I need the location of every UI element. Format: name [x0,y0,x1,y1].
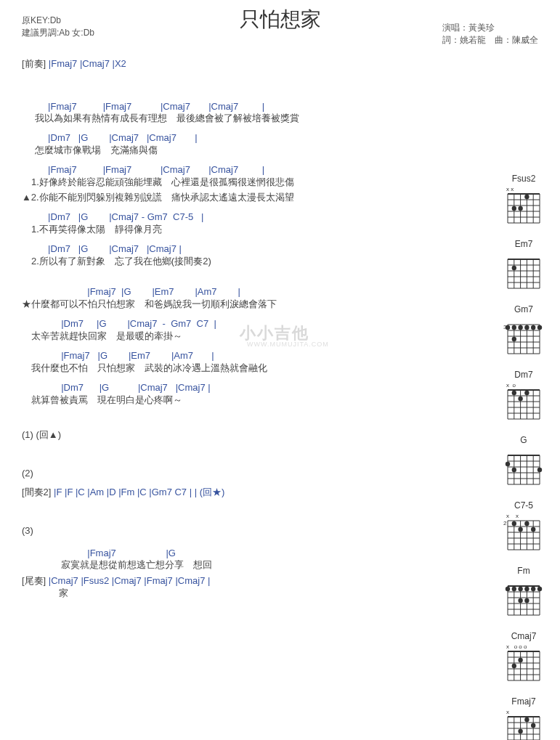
outro-label: [尾奏] [22,575,46,586]
svg-point-114 [531,586,535,590]
chord-diagram-label: Cmaj7 [495,631,553,641]
line-6: |Dm7 |G |Cmaj7 |Cmaj7 | 2.所以有了新對象 忘了我在他鄉… [22,243,472,268]
svg-point-95 [531,526,535,531]
chord-diagram-label: Dm7 [495,370,553,380]
chord-diagram-label: Fmaj7 [495,696,553,707]
intro-label: [前奏] [22,58,46,69]
line-4: ▲2.你能不能別閃躲別複雜別說謊 痛快承認太遙遠太漫長太渴望 [22,192,472,204]
chord-diagram-label: Fm [495,566,553,576]
svg-text:2: 2 [503,519,507,526]
svg-point-46 [531,325,535,329]
chord-diagram-label: G [495,435,553,445]
interlude2-chords: |F |F |C |Am |D |Fm |C |Gm7 C7 | | (回★) [51,487,224,497]
svg-text:x    x: x x [506,513,519,519]
line-9: |Fmaj7 |G |Em7 |Am7 | 我什麼也不怕 只怕想家 武裝的冰冷遇… [22,350,472,375]
svg-point-28 [512,265,516,269]
chord-diagram-label: C7-5 [495,500,553,511]
lyric-row: 1.好像終於能容忍能頑強能埋藏 心裡還是很孤獨很迷惘很悲傷 [22,176,472,189]
chord-diagram-dm7: Dm7x o [495,370,553,425]
lyric-row: 太辛苦就趕快回家 是最暖的牽掛～ [22,330,472,343]
song-title: 只怕想家 [240,6,321,33]
chord-diagram-fsus2: Fsus2x x [495,174,553,229]
svg-point-77 [506,461,510,465]
svg-point-12 [524,194,529,198]
svg-point-78 [512,467,516,471]
line-8: |Dm7 |G |Cmaj7 - Gm7 C7 | 太辛苦就趕快回家 是最暖的牽… [22,318,472,343]
chord-row: |Fmaj7 |Fmaj7 |Cmaj7 |Cmaj7 | [22,164,472,176]
original-key-label: 原KEY:Db [22,15,94,27]
lyric-row: 怎麼城市像戰場 充滿痛與傷 [22,145,472,157]
svg-point-44 [518,325,522,329]
chord-row: |Dm7 |G |Cmaj7 |Cmaj7 | [22,243,472,256]
svg-text:x x: x x [506,186,514,192]
svg-point-110 [506,586,510,590]
chord-diagram-g: G [495,435,553,490]
svg-point-111 [512,586,516,590]
svg-point-116 [518,598,522,602]
chord-row: |Fmaj7 |G [22,548,472,560]
svg-point-63 [518,396,522,400]
chord-diagram-label: Gm7 [495,304,553,314]
svg-point-61 [524,390,529,394]
line-3: |Fmaj7 |Fmaj7 |Cmaj7 |Cmaj7 | 1.好像終於能容忍能… [22,164,472,189]
line-10: |Dm7 |G |Cmaj7 |Cmaj7 | 就算曾被責罵 現在明白是心疼啊～ [22,382,472,407]
svg-point-112 [518,586,522,590]
svg-point-47 [537,325,542,329]
svg-text:x   o o o: x o o o [506,643,527,650]
outro-line-1: |Fmaj7 |G 寂寞就是想從前想逃亡想分享 想回 [22,548,472,572]
lyric-row: 2.所以有了新對象 忘了我在他鄉(接間奏2) [22,256,472,268]
lyric-row: 我什麼也不怕 只怕想家 武裝的冰冷遇上溫熱就會融化 [22,362,472,375]
lyric-row: 寂寞就是想從前想逃亡想分享 想回 [22,559,472,572]
svg-point-93 [512,521,516,525]
chord-diagram-fm: Fm [495,566,553,621]
repeat-1: (1) (回▲) [22,428,472,442]
lyric-row: 就算曾被責罵 現在明白是心疼啊～ [22,394,472,407]
svg-point-14 [512,206,516,210]
chord-diagram-fmaj7: Fmaj7x [495,696,553,740]
interlude2-row: [間奏2] |F |F |C |Am |D |Fm |C |Gm7 C7 | |… [22,486,472,499]
chord-row: |Dm7 |G |Cmaj7 - Gm7 C7-5 | [22,211,472,224]
svg-point-130 [518,657,522,662]
svg-point-13 [518,206,522,210]
chord-diagram-sidebar: Fsus2x xEm7Gm73Dm7x oGC7-52x xFmCmaj7x o… [495,174,553,740]
line-5: |Dm7 |G |Cmaj7 - Gm7 C7-5 | 1.不再笑得像太陽 靜得… [22,211,472,236]
svg-point-115 [537,586,542,590]
chord-diagram-cmaj7: Cmaj7x o o o [495,631,553,686]
svg-point-145 [524,717,529,721]
svg-point-45 [524,325,529,329]
svg-point-48 [512,336,516,341]
intro-chords: |Fmaj7 |Cmaj7 |X2 [46,58,126,69]
interlude2-label: [間奏2] [22,487,51,497]
chord-row: |Fmaj7 |G |Em7 |Am7 | [22,286,472,298]
chord-diagram-label: Fsus2 [495,174,553,184]
chord-row: |Dm7 |G |Cmaj7 |Cmaj7 | [22,132,472,145]
repeat-2: (2) [22,468,472,479]
singer-label: 演唱：黃美珍 [442,22,538,34]
line-2: |Dm7 |G |Cmaj7 |Cmaj7 | 怎麼城市像戰場 充滿痛與傷 [22,132,472,157]
line-1: |Fmaj7 |Fmaj7 |Cmaj7 |Cmaj7 | 我以為如果有熱情有成… [22,101,472,126]
svg-point-79 [537,467,542,471]
outro-row: [尾奏] |Cmaj7 |Fsus2 |Cmaj7 |Fmaj7 |Cmaj7 … [22,574,472,600]
svg-point-146 [531,723,535,727]
suggested-key-label: 建議男調:Ab 女:Db [22,27,94,39]
chord-diagram-c7-5: C7-52x x [495,500,553,556]
chord-row: |Dm7 |G |Cmaj7 |Cmaj7 | [22,382,472,394]
outro-tail-lyric: 家 [22,587,472,600]
svg-point-147 [518,728,522,733]
chord-row: |Fmaj7 |Fmaj7 |Cmaj7 |Cmaj7 | [22,101,472,113]
svg-text:x  o: x o [506,382,516,389]
chord-row: |Fmaj7 |G |Em7 |Am7 | [22,350,472,362]
line-7: |Fmaj7 |G |Em7 |Am7 | ★什麼都可以不怕只怕想家 和爸媽說我… [22,286,472,311]
svg-point-94 [524,521,529,525]
credits-label: 詞：姚若龍 曲：陳威全 [442,34,538,46]
svg-point-131 [512,663,516,667]
repeat-3: (3) [22,525,472,536]
svg-text:x: x [506,709,509,715]
lyric-row: 1.不再笑得像太陽 靜得像月亮 [22,224,472,236]
svg-point-117 [524,598,529,602]
svg-point-43 [512,325,516,329]
svg-point-113 [524,586,529,590]
chord-diagram-label: Em7 [495,239,553,249]
svg-point-42 [506,325,510,329]
svg-point-62 [512,390,516,394]
